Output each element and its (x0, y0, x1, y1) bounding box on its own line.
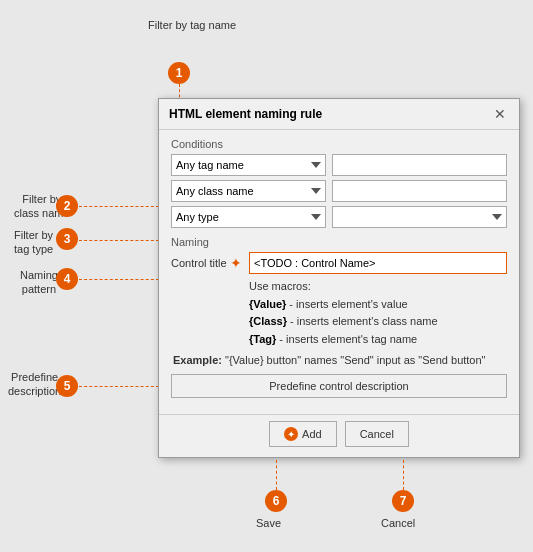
dialog-footer: ✦ Add Cancel (159, 414, 519, 457)
example-line: Example: "{Value} button" names "Send" i… (171, 354, 507, 366)
condition-row-tag: Any tag name (171, 154, 507, 176)
dashed-line-4 (79, 279, 159, 280)
label-save: Save (256, 516, 281, 530)
label-filter-tag-name: Filter by tag name (148, 18, 236, 32)
tag-name-input[interactable] (332, 154, 507, 176)
dashed-line-7 (403, 460, 404, 490)
control-title-input[interactable] (249, 252, 507, 274)
label-filter-tag-type: Filter bytag type (14, 228, 53, 257)
add-icon: ✦ (284, 427, 298, 441)
dialog: HTML element naming rule ✕ Conditions An… (158, 98, 520, 458)
macro-value-line: {Value} - inserts element's value (249, 296, 507, 314)
macro-class-line: {Class} - inserts element's class name (249, 313, 507, 331)
control-title-label: Control title ✦ (171, 255, 243, 271)
dashed-line-6 (276, 460, 277, 490)
conditions-label: Conditions (171, 138, 507, 150)
class-name-input[interactable] (332, 180, 507, 202)
control-title-text: Control title (171, 257, 227, 269)
example-label: Example: (173, 354, 222, 366)
conditions-section: Conditions Any tag name Any class name A… (171, 138, 507, 228)
badge-4: 4 (56, 268, 78, 290)
dashed-line-2 (79, 206, 159, 207)
add-label: Add (302, 428, 322, 440)
predefine-button[interactable]: Predefine control description (171, 374, 507, 398)
macro-tag-line: {Tag} - inserts element's tag name (249, 331, 507, 349)
cancel-button[interactable]: Cancel (345, 421, 409, 447)
dialog-body: Conditions Any tag name Any class name A… (159, 130, 519, 414)
add-button[interactable]: ✦ Add (269, 421, 337, 447)
badge-6: 6 (265, 490, 287, 512)
label-cancel: Cancel (381, 516, 415, 530)
badge-5: 5 (56, 375, 78, 397)
class-name-select[interactable]: Any class name (171, 180, 326, 202)
use-macros-label: Use macros: (249, 278, 507, 296)
label-predefine: Predefinedescription (8, 370, 61, 399)
macro-value-key: {Value} (249, 298, 286, 310)
example-text: "{Value} button" names "Send" input as "… (225, 354, 486, 366)
control-title-row: Control title ✦ (171, 252, 507, 274)
macro-value-desc: - inserts element's value (286, 298, 407, 310)
condition-row-class: Any class name (171, 180, 507, 202)
macro-tag-desc: - inserts element's tag name (276, 333, 417, 345)
dashed-line-5 (79, 386, 159, 387)
badge-1: 1 (168, 62, 190, 84)
naming-label: Naming (171, 236, 507, 248)
macros-section: Use macros: {Value} - inserts element's … (249, 278, 507, 348)
dashed-line-3 (79, 240, 159, 241)
tag-name-select[interactable]: Any tag name (171, 154, 326, 176)
required-star-icon: ✦ (230, 255, 242, 271)
type-value-select[interactable] (332, 206, 507, 228)
macro-tag-key: {Tag} (249, 333, 276, 345)
close-button[interactable]: ✕ (491, 105, 509, 123)
naming-section: Naming Control title ✦ Use macros: {Valu… (171, 236, 507, 366)
type-select[interactable]: Any type (171, 206, 326, 228)
badge-2: 2 (56, 195, 78, 217)
condition-row-type: Any type (171, 206, 507, 228)
dialog-title: HTML element naming rule (169, 107, 322, 121)
macro-class-desc: - inserts element's class name (287, 315, 438, 327)
dialog-titlebar: HTML element naming rule ✕ (159, 99, 519, 130)
macro-class-key: {Class} (249, 315, 287, 327)
label-naming-pattern: Namingpattern (20, 268, 58, 297)
badge-3: 3 (56, 228, 78, 250)
badge-7: 7 (392, 490, 414, 512)
